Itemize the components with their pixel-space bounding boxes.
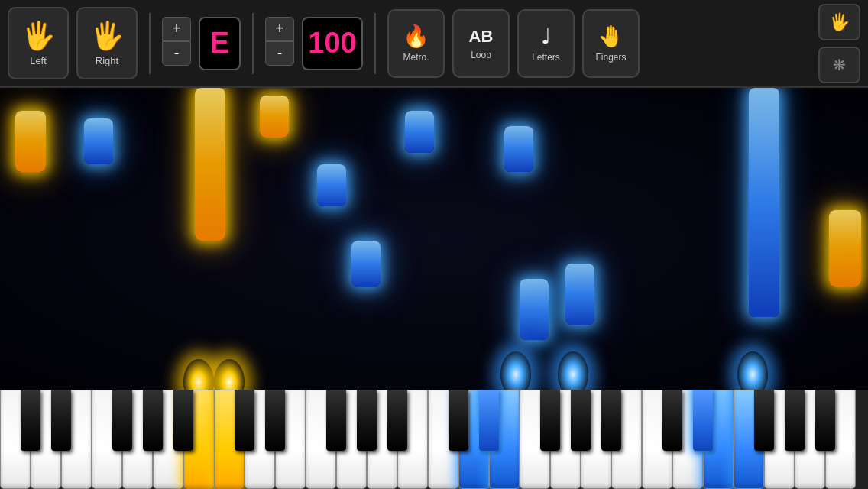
- black-key-4[interactable]: [143, 390, 163, 451]
- note-block-n1: [15, 111, 46, 172]
- black-key-10[interactable]: [326, 390, 346, 451]
- spark-s4: [558, 351, 588, 390]
- left-hand-button[interactable]: 🖐 Left: [8, 7, 69, 79]
- metro-icon: 🔥: [403, 24, 429, 49]
- right-hand-icon: 🖐: [90, 20, 125, 52]
- key-display: E: [199, 17, 241, 70]
- right-hand-button[interactable]: 🖐 Right: [76, 7, 138, 79]
- black-key-17[interactable]: [540, 390, 560, 451]
- notes-area: [0, 88, 868, 390]
- key-plus-button[interactable]: +: [162, 17, 191, 41]
- tempo-display: 100: [302, 17, 363, 70]
- note-block-n12: [829, 210, 861, 287]
- key-stepper: + -: [162, 17, 191, 70]
- metro-button[interactable]: 🔥 Metro.: [387, 9, 445, 78]
- note-block-n5: [317, 164, 346, 206]
- black-key-7[interactable]: [235, 390, 254, 451]
- separator-2: [252, 13, 254, 74]
- loop-label: Loop: [471, 50, 491, 60]
- side-icon-1: 🖐: [829, 12, 850, 32]
- note-block-n4: [260, 96, 289, 138]
- black-key-25[interactable]: [785, 390, 805, 451]
- loop-icon: AB: [469, 27, 494, 47]
- black-key-14[interactable]: [449, 390, 468, 451]
- note-block-n9: [520, 279, 549, 340]
- piano-keys-wrapper: [0, 390, 868, 489]
- black-key-26[interactable]: [815, 390, 835, 451]
- letters-icon: ♩: [541, 24, 551, 49]
- piano-keyboard[interactable]: [0, 390, 868, 489]
- note-block-n7: [405, 111, 434, 153]
- note-block-n8: [504, 126, 533, 172]
- black-key-3[interactable]: [112, 390, 132, 451]
- black-key-11[interactable]: [357, 390, 377, 451]
- left-hand-label: Left: [30, 55, 47, 66]
- spark-s5: [737, 351, 768, 390]
- fingers-button[interactable]: 🤚 Fingers: [582, 9, 640, 78]
- toolbar: 🖐 Left 🖐 Right + - E + - 100 🔥 Metro. AB…: [0, 0, 868, 88]
- loop-button[interactable]: AB Loop: [452, 9, 510, 78]
- black-key-24[interactable]: [754, 390, 774, 451]
- black-key-18[interactable]: [571, 390, 591, 451]
- black-key-8[interactable]: [265, 390, 285, 451]
- separator-3: [374, 13, 376, 74]
- spark-s3: [500, 351, 531, 390]
- side-button-1[interactable]: 🖐: [818, 4, 860, 40]
- letters-button[interactable]: ♩ Letters: [517, 9, 575, 78]
- note-block-n2: [84, 118, 113, 164]
- fingers-icon: 🤚: [598, 24, 624, 49]
- note-block-n11: [749, 88, 779, 317]
- black-key-21[interactable]: [662, 390, 682, 451]
- tempo-plus-button[interactable]: +: [265, 17, 294, 41]
- separator-1: [149, 13, 151, 74]
- letters-label: Letters: [532, 52, 560, 63]
- tempo-minus-button[interactable]: -: [265, 41, 294, 66]
- black-key-22[interactable]: [693, 390, 713, 451]
- black-key-1[interactable]: [51, 390, 71, 451]
- tempo-stepper: + -: [265, 17, 294, 70]
- black-key-19[interactable]: [601, 390, 621, 451]
- black-key-0[interactable]: [21, 390, 40, 451]
- fingers-label: Fingers: [595, 52, 626, 63]
- note-block-n10: [565, 264, 594, 325]
- side-button-2[interactable]: ❋: [818, 47, 860, 83]
- black-key-5[interactable]: [173, 390, 193, 451]
- spark-s1: [183, 359, 214, 390]
- side-icon-2: ❋: [833, 56, 846, 74]
- metro-label: Metro.: [403, 52, 429, 63]
- spark-s2: [214, 359, 245, 390]
- key-minus-button[interactable]: -: [162, 41, 191, 66]
- left-hand-icon: 🖐: [21, 20, 56, 52]
- black-key-15[interactable]: [479, 390, 499, 451]
- note-block-n6: [351, 241, 381, 287]
- black-key-12[interactable]: [387, 390, 407, 451]
- side-buttons: 🖐 ❋: [818, 4, 860, 83]
- right-hand-label: Right: [96, 55, 118, 66]
- note-block-n3: [195, 88, 225, 241]
